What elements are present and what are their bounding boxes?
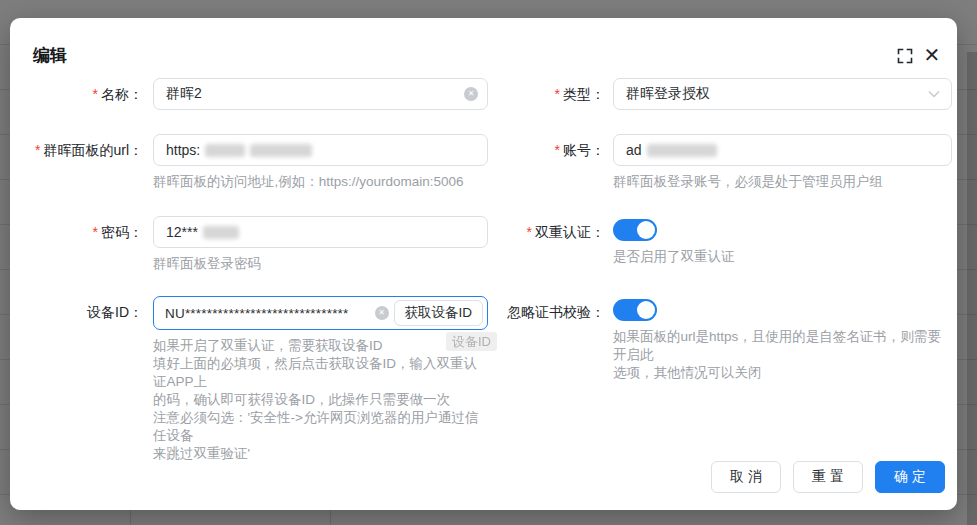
twofa-helper: 是否启用了双重认证: [613, 248, 952, 266]
device-id-helper: 如果开启了双重认证，需要获取设备ID 填好上面的必填项，然后点击获取设备ID，输…: [153, 337, 488, 463]
clear-icon[interactable]: ✕: [464, 87, 478, 101]
account-label: *账号：: [500, 134, 605, 191]
required-mark: *: [93, 224, 98, 240]
account-value: ad: [626, 142, 642, 158]
ignore-cert-helper: 如果面板的url是https，且使用的是自签名证书，则需要开启此 选项，其他情况…: [613, 328, 952, 382]
clear-icon[interactable]: ✕: [375, 306, 389, 320]
chevron-down-icon: [928, 91, 940, 98]
url-input[interactable]: https:: [153, 134, 488, 166]
twofa-toggle[interactable]: [613, 219, 657, 241]
redacted-text: [647, 144, 717, 157]
device-id-input[interactable]: NU****************************** ✕ 获取设备I…: [153, 296, 488, 330]
redacted-text: [205, 144, 245, 157]
edit-dialog: 编辑 ✕ *名称： 群晖2 ✕ *类型： 群晖登录授权: [10, 18, 957, 510]
password-input[interactable]: 12***: [153, 216, 488, 248]
account-input[interactable]: ad: [613, 134, 952, 166]
confirm-button[interactable]: 确定: [875, 461, 945, 493]
dialog-title: 编辑: [33, 45, 67, 67]
name-label: *名称：: [30, 78, 143, 110]
get-device-id-button[interactable]: 获取设备ID: [394, 300, 484, 326]
redacted-text: [250, 144, 312, 157]
toggle-knob: [637, 221, 655, 239]
device-id-value: NU******************************: [165, 306, 372, 321]
url-helper: 群晖面板的访问地址,例如：https://yourdomain:5006: [153, 173, 488, 191]
ignore-cert-label: 忽略证书校验：: [500, 296, 605, 463]
device-id-label: 设备ID：: [30, 296, 143, 463]
required-mark: *: [555, 86, 560, 102]
ignore-cert-toggle[interactable]: [613, 299, 657, 321]
password-label: *密码：: [30, 216, 143, 273]
password-value: 12***: [166, 224, 198, 240]
twofa-label: *双重认证：: [500, 216, 605, 273]
background-scrollbar: [967, 52, 977, 525]
required-mark: *: [555, 142, 560, 158]
url-value: https:: [166, 142, 200, 158]
device-id-tooltip: 设备ID: [446, 332, 497, 351]
name-value: 群晖2: [166, 85, 202, 103]
reset-button[interactable]: 重置: [793, 461, 863, 493]
name-input[interactable]: 群晖2 ✕: [153, 78, 488, 110]
toggle-knob: [637, 301, 655, 319]
type-label: *类型：: [500, 78, 605, 110]
password-helper: 群晖面板登录密码: [153, 255, 488, 273]
type-selected-value: 群晖登录授权: [626, 85, 710, 103]
account-helper: 群晖面板登录账号，必须是处于管理员用户组: [613, 173, 952, 191]
url-label: *群晖面板的url：: [30, 134, 143, 191]
close-icon[interactable]: ✕: [920, 43, 944, 67]
fullscreen-icon[interactable]: [896, 47, 914, 65]
required-mark: *: [93, 86, 98, 102]
redacted-text: [203, 226, 239, 239]
dialog-footer: 取消 重置 确定: [711, 461, 945, 493]
required-mark: *: [527, 224, 532, 240]
required-mark: *: [35, 142, 40, 158]
type-select[interactable]: 群晖登录授权: [613, 78, 952, 110]
cancel-button[interactable]: 取消: [711, 461, 781, 493]
